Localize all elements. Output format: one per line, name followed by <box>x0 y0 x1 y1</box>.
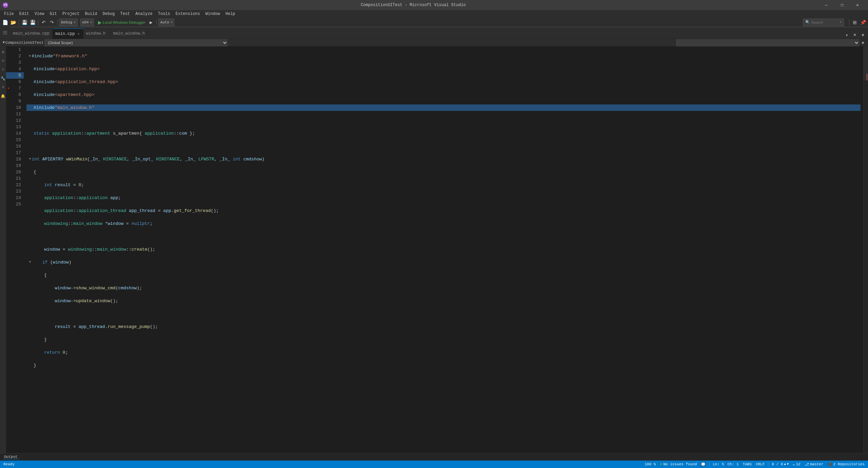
search-up-icon[interactable]: ▲ <box>784 463 786 466</box>
code-line-10[interactable]: { <box>26 169 861 175</box>
redo-btn[interactable]: ↷ <box>48 19 56 26</box>
code-line-11[interactable]: int result = 0; <box>26 182 861 188</box>
tab-output[interactable]: Output <box>3 455 19 459</box>
open-btn[interactable]: 📂 <box>9 19 17 26</box>
code-line-15[interactable] <box>26 233 861 240</box>
git-changes-icon[interactable]: ± <box>0 65 6 74</box>
code-line-21[interactable] <box>26 311 861 317</box>
tab-main-window-h[interactable]: main_window.h <box>111 28 148 39</box>
menu-view[interactable]: View <box>32 11 47 17</box>
code-line-7[interactable]: static application::apartment s_apartmen… <box>26 130 861 137</box>
code-line-12[interactable]: application::application app; <box>26 195 861 201</box>
status-feedback[interactable]: 💬 <box>700 462 706 467</box>
line-num: Ln: 5 <box>713 462 724 466</box>
menu-build[interactable]: Build <box>82 11 100 17</box>
close-all-tabs-btn[interactable]: ✕ <box>851 31 859 39</box>
code-line-5[interactable]: #include "main_window.h" <box>26 104 861 111</box>
tab-close-main-cpp[interactable]: ✕ <box>77 32 80 36</box>
code-line-3[interactable]: #include <application_thread.hpp> <box>26 79 861 85</box>
status-pending-changes[interactable]: ✏️ 12 <box>792 462 801 467</box>
code-line-13[interactable]: application::application_thread app_thre… <box>26 208 861 214</box>
search-down-icon[interactable]: ▼ <box>787 463 789 466</box>
collapse-17[interactable]: ▼ <box>29 259 31 266</box>
status-crlf[interactable]: CRLF <box>755 462 765 466</box>
pin-btn[interactable]: 📌 <box>859 19 867 26</box>
collapse-9[interactable]: ▼ <box>29 156 31 162</box>
sidebar-toggle[interactable] <box>0 27 10 39</box>
code-line-22[interactable]: result = app_thread.run_message_pump(); <box>26 324 861 330</box>
gutter: 1 2 3 4 5 6 ● 7 <box>6 46 24 453</box>
new-tab-btn[interactable]: + <box>859 31 867 39</box>
start-debugger-btn[interactable]: ▶ Local Windows Debugger <box>97 20 146 25</box>
mode-dropdown[interactable]: Auto ▾ <box>158 19 174 26</box>
minimize-button[interactable]: — <box>818 0 834 10</box>
scope-add-btn[interactable]: + <box>859 39 867 46</box>
code-line-1[interactable]: ▶#include "framework.h" <box>26 53 861 59</box>
save-btn[interactable]: 💾 <box>21 19 28 26</box>
code-line-19[interactable]: window->show_window_cmd(cmdshow); <box>26 285 861 291</box>
status-zoom[interactable]: 100 % <box>644 462 656 466</box>
solution-explorer-icon[interactable]: ⊞ <box>0 48 6 56</box>
code-line-18[interactable]: { <box>26 272 861 278</box>
tab-window-h[interactable]: window.h <box>83 28 111 39</box>
menu-file[interactable]: File <box>1 11 17 17</box>
code-line-16[interactable]: window = windowing::main_window::create(… <box>26 246 861 253</box>
menu-analyze[interactable]: Analyze <box>133 11 155 17</box>
code-line-25[interactable]: } <box>26 362 861 369</box>
team-explorer-icon[interactable]: ⛭ <box>0 57 6 65</box>
menu-help[interactable]: Help <box>223 11 238 17</box>
code-line-20[interactable]: window->update_window(); <box>26 298 861 304</box>
repo-icon: 🗄️ <box>828 462 832 467</box>
status-line-col[interactable]: Ln: 5 Ch: 1 <box>712 462 739 466</box>
debug-config-dropdown[interactable]: Debug ▾ <box>59 19 78 26</box>
code-line-23[interactable]: } <box>26 336 861 343</box>
close-button[interactable]: ✕ <box>850 0 865 10</box>
restore-button[interactable]: ❒ <box>834 0 850 10</box>
code-line-4[interactable]: #include <apartment.hpp> <box>26 92 861 98</box>
new-project-btn[interactable]: 📄 <box>1 19 9 26</box>
menu-test[interactable]: Test <box>118 11 133 17</box>
step-over-btn[interactable]: ► <box>147 19 155 26</box>
undo-btn[interactable]: ↶ <box>40 19 47 26</box>
minimap-viewport <box>864 46 868 80</box>
properties-icon[interactable]: ≡ <box>0 83 6 91</box>
status-issues[interactable]: ● No issues found <box>659 462 697 467</box>
scope-selector[interactable]: (Global Scope) <box>45 39 228 46</box>
code-line-8[interactable] <box>26 143 861 150</box>
menu-debug[interactable]: Debug <box>100 11 117 17</box>
status-search-results[interactable]: 0 / 0 ▲ ▼ <box>771 462 789 466</box>
status-branch[interactable]: ⎇ master <box>804 462 824 467</box>
code-area[interactable]: ▶#include "framework.h" #include <applic… <box>24 46 863 453</box>
code-line-2[interactable]: #include <application.hpp> <box>26 66 861 72</box>
code-line-17[interactable]: ▼ if (window) <box>26 259 861 266</box>
tab-main-window-cpp[interactable]: main_window.cpp <box>10 28 53 39</box>
search-input[interactable] <box>811 20 839 24</box>
toolbox-icon[interactable]: 🔧 <box>0 74 6 82</box>
member-selector[interactable] <box>676 39 859 46</box>
save-all-btn[interactable]: 💾 <box>29 19 36 26</box>
code-line-6[interactable] <box>26 117 861 124</box>
tab-main-cpp[interactable]: main.cpp ✕ <box>53 28 83 39</box>
menu-window[interactable]: Window <box>203 11 223 17</box>
minimap-scrollbar[interactable] <box>863 46 868 453</box>
search-box[interactable]: 🔍 ▾ <box>803 19 844 26</box>
tab-list-btn[interactable]: ▾ <box>843 31 850 39</box>
status-repositories[interactable]: 🗄️ 2 Repositories <box>827 462 865 467</box>
bp-7[interactable]: ● <box>6 85 11 92</box>
code-line-14[interactable]: windowing::main_window *window = nullptr… <box>26 220 861 227</box>
status-tabs[interactable]: TABS <box>742 462 752 466</box>
code-line-24[interactable]: return 0; <box>26 349 861 356</box>
collapse-1[interactable]: ▶ <box>29 53 31 59</box>
layout-btn[interactable]: ⊞ <box>851 19 859 26</box>
menu-project[interactable]: Project <box>60 11 82 17</box>
menu-edit[interactable]: Edit <box>17 11 32 17</box>
menu-git[interactable]: Git <box>47 11 60 17</box>
platform-dropdown[interactable]: x64 ▾ <box>80 19 94 26</box>
search-dropdown-arrow[interactable]: ▾ <box>840 20 842 24</box>
notifications-icon[interactable]: 🔔 <box>0 92 6 100</box>
menu-tools[interactable]: Tools <box>155 11 173 17</box>
gutter-line-9: 9 <box>6 98 24 104</box>
code-line-9[interactable]: ▼int APIENTRY wWinMain(_In_ HINSTANCE, _… <box>26 156 861 162</box>
status-bar-right: 100 % ● No issues found 💬 Ln: 5 Ch: 1 TA… <box>644 462 865 467</box>
menu-extensions[interactable]: Extensions <box>173 11 203 17</box>
